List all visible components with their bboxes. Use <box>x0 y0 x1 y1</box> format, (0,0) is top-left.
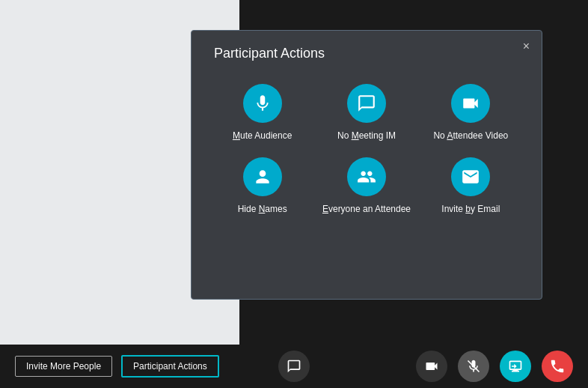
video-button[interactable] <box>416 351 447 382</box>
bottom-left-controls: Invite More People Participant Actions <box>15 355 219 378</box>
chat-button[interactable] <box>278 351 310 382</box>
invite-by-email-icon <box>451 157 490 196</box>
everyone-attendee-icon <box>347 157 386 196</box>
participant-actions-modal: × Participant Actions Mute Audience No M… <box>191 30 542 300</box>
end-call-button[interactable] <box>542 351 573 382</box>
hide-names-label: Hide Names <box>238 204 287 216</box>
modal-close-button[interactable]: × <box>523 40 530 53</box>
mute-audience-label: Mute Audience <box>233 130 292 142</box>
bottom-center-controls <box>278 351 310 382</box>
hide-names-icon <box>243 157 282 196</box>
action-invite-by-email[interactable]: Invite by Email <box>423 157 519 216</box>
action-no-meeting-im[interactable]: No Meeting IM <box>318 84 414 142</box>
action-no-attendee-video[interactable]: No Attendee Video <box>423 84 519 142</box>
no-meeting-im-icon <box>347 84 386 123</box>
no-attendee-video-icon <box>451 84 490 123</box>
invite-by-email-label: Invite by Email <box>441 204 500 216</box>
invite-more-people-button[interactable]: Invite More People <box>15 356 112 377</box>
bottom-right-controls <box>416 351 573 382</box>
modal-title: Participant Actions <box>214 46 519 61</box>
mic-button[interactable] <box>458 351 489 382</box>
mute-audience-icon <box>243 84 282 123</box>
action-hide-names[interactable]: Hide Names <box>214 157 310 216</box>
no-attendee-video-label: No Attendee Video <box>433 130 508 142</box>
share-screen-button[interactable] <box>500 351 531 382</box>
participant-actions-button[interactable]: Participant Actions <box>121 355 219 378</box>
modal-actions-grid: Mute Audience No Meeting IM No Attendee … <box>214 84 519 215</box>
action-mute-audience[interactable]: Mute Audience <box>214 84 310 142</box>
bottom-bar: Invite More People Participant Actions <box>0 345 588 388</box>
action-everyone-attendee[interactable]: Everyone an Attendee <box>318 157 414 216</box>
no-meeting-im-label: No Meeting IM <box>337 130 396 142</box>
everyone-attendee-label: Everyone an Attendee <box>322 204 411 216</box>
